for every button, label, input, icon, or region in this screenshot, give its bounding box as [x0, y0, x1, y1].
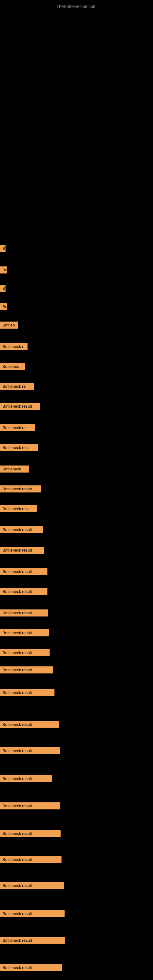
bottleneck-item: Bottleneck result — [0, 775, 52, 782]
bottleneck-item: Bo — [0, 303, 7, 310]
bottleneck-item: Bottleneck r — [0, 343, 27, 350]
bottleneck-item: Bottleneck result — [0, 485, 41, 492]
bottleneck-item: Bottleneck result — [0, 721, 59, 728]
bottleneck-item: Bottlen — [0, 321, 18, 329]
bottleneck-item: Bottleneck re — [0, 383, 33, 390]
bottleneck-item: Bottleneck result — [0, 830, 61, 837]
bottleneck-item: Bottleneck result — [0, 667, 53, 673]
bottleneck-item: Bottleneck result — [0, 588, 48, 595]
bottleneck-item: Bottleneck result — [0, 910, 65, 917]
bottleneck-item: Bottleneck result — [0, 547, 45, 554]
bottleneck-item: Bottleneck result — [0, 689, 54, 696]
bottleneck-item: Bottleneck result — [0, 403, 40, 410]
bottleneck-item: Bottleneck result — [0, 609, 48, 616]
bottleneck-item: Bottleneck result — [0, 856, 62, 863]
bottleneck-item: B — [0, 285, 5, 292]
bottleneck-item: Bottleneck result — [0, 747, 60, 754]
bottleneck-item: Bo — [0, 266, 7, 274]
bottleneck-item: Bottleneck result — [0, 937, 65, 944]
bottleneck-item: Bottleneck result — [0, 802, 60, 810]
site-title: TheBottlenecker.com — [0, 2, 153, 11]
bottleneck-item: B — [0, 245, 5, 252]
bottleneck-item: Bottleneck res — [0, 505, 37, 512]
bottleneck-item: Bottleneck res — [0, 444, 38, 451]
bottleneck-item: Bottleneck result — [0, 629, 49, 636]
bottleneck-item: Bottleneck result — [0, 649, 49, 656]
bottleneck-item: Bottlenec — [0, 363, 25, 370]
bottleneck-item: Bottleneck result — [0, 882, 64, 889]
bottleneck-item: Bottleneck — [0, 466, 29, 473]
bottleneck-item: Bottleneck result — [0, 526, 43, 533]
bottleneck-item: Bottleneck re — [0, 424, 35, 431]
bottleneck-item: Bottleneck result — [0, 568, 48, 575]
bottleneck-item: Bottleneck result — [0, 964, 62, 971]
